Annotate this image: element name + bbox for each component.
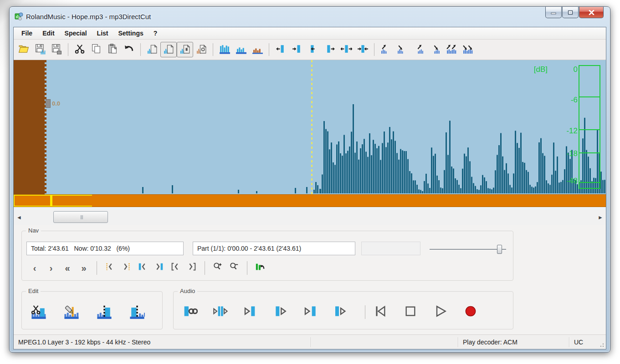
menu-bar: FileEditSpecialListSettings?: [14, 27, 606, 40]
edit-begin-icon: [97, 304, 112, 322]
zoom-amplitude-low-button[interactable]: [249, 42, 266, 57]
set-cursor-button[interactable]: [61, 303, 82, 323]
step-back-button[interactable]: ‹: [26, 261, 43, 275]
open-button[interactable]: [15, 42, 32, 57]
fade-in-down-button[interactable]: [394, 42, 410, 57]
wave-doc3-icon: [196, 43, 207, 56]
fade-in-up-button[interactable]: [378, 42, 394, 57]
horizontal-scrollbar[interactable]: ◄ ►: [14, 210, 606, 225]
scrollbar-thumb[interactable]: [53, 211, 108, 223]
vu-reset-icon: [255, 262, 265, 274]
cut-selection-button[interactable]: [28, 303, 49, 323]
record-button[interactable]: [460, 302, 481, 323]
vu-line-6db: [579, 96, 600, 97]
play-around-cut-button[interactable]: [210, 302, 231, 323]
goto-sel-end-button[interactable]: [151, 261, 167, 275]
overview-position-marker[interactable]: [50, 195, 52, 207]
file-mode-1-button[interactable]: [144, 42, 160, 57]
au-rec-icon: [463, 304, 478, 320]
position-info-field[interactable]: Total: 2'43.61 Now: 0'10.32 (6%): [26, 242, 184, 255]
play-to-end-button[interactable]: [300, 302, 321, 323]
goto-sel-begin-button[interactable]: [134, 261, 151, 275]
play-loop-button[interactable]: [180, 302, 201, 323]
goto-part-begin-button[interactable]: [167, 261, 184, 275]
menu-special[interactable]: Special: [60, 28, 92, 38]
edit-cut-icon: [31, 304, 46, 322]
fade-out-down-button[interactable]: [427, 42, 443, 57]
scroll-right-arrow[interactable]: ►: [596, 210, 605, 225]
save-split-button[interactable]: [48, 42, 65, 57]
sel-shrink-button[interactable]: [354, 42, 371, 57]
file-mode-3-button[interactable]: [177, 42, 193, 57]
close-button[interactable]: [579, 7, 604, 18]
goto-cursor-forward-button[interactable]: [118, 261, 134, 275]
menu-file[interactable]: File: [16, 28, 37, 38]
slider-track[interactable]: [430, 249, 506, 250]
sel-begin-later-button[interactable]: [289, 42, 305, 57]
vu-line-48db: [579, 182, 600, 183]
file-mode-4-button[interactable]: [193, 42, 210, 57]
edge-out-icon: [341, 43, 352, 56]
file-mode-2-button[interactable]: [160, 42, 177, 57]
file-overview-bar[interactable]: [14, 194, 606, 207]
copy-button[interactable]: [88, 42, 104, 57]
jump-forward-button[interactable]: »: [76, 261, 92, 275]
sel-expand-button[interactable]: [338, 42, 354, 57]
zoom-out-button[interactable]: [226, 261, 242, 275]
menu-help[interactable]: ?: [149, 28, 163, 38]
play-from-begin-button[interactable]: [270, 302, 291, 323]
waveform-canvas[interactable]: [14, 60, 606, 194]
edit-button-row: [28, 303, 148, 323]
position-marker[interactable]: 0.0: [46, 99, 60, 108]
stop-button[interactable]: [400, 302, 421, 323]
scroll-left-arrow[interactable]: ◄: [15, 210, 24, 225]
edit-group: Edit: [21, 291, 163, 329]
nav-sel-r-icon: [154, 262, 164, 274]
reset-vu-button[interactable]: [252, 261, 268, 275]
gain-up-button[interactable]: [443, 42, 460, 57]
paste-button[interactable]: [104, 42, 121, 57]
edge-ll-icon: [275, 43, 287, 56]
resize-grip[interactable]: [599, 342, 605, 348]
save-button[interactable]: [32, 42, 48, 57]
zoom-amplitude-mid-button[interactable]: [233, 42, 249, 57]
menu-list[interactable]: List: [92, 28, 113, 38]
nav-dot-l-icon: [105, 262, 115, 274]
zoom-in-button[interactable]: [210, 261, 226, 275]
part-info-field[interactable]: Part (1/1): 0'00.00 - 2'43.61 (2'43.61): [193, 242, 355, 255]
slider-thumb[interactable]: [497, 245, 502, 254]
nav-dot-r-icon: [121, 262, 131, 274]
speed-slider[interactable]: [430, 245, 506, 254]
minimize-button[interactable]: [545, 7, 562, 18]
au-around-icon: [213, 304, 228, 320]
jump-back-button[interactable]: «: [59, 261, 76, 275]
menu-settings[interactable]: Settings: [113, 28, 149, 38]
play-from-end-button[interactable]: [330, 302, 351, 323]
goto-cursor-back-button[interactable]: [102, 261, 118, 275]
play-button[interactable]: [430, 302, 451, 323]
waveform-display[interactable]: 0.0 [dB] 0-6-12-18-48: [14, 60, 606, 194]
title-bar[interactable]: RolandMusic - Hope.mp3 - mp3DirectCut: [10, 7, 610, 27]
play-to-begin-button[interactable]: [240, 302, 261, 323]
sel-begin-earlier-button[interactable]: [272, 42, 289, 57]
position-marker-handle[interactable]: [46, 99, 51, 108]
save-wave-icon: [35, 43, 46, 56]
cut-button[interactable]: [72, 42, 88, 57]
set-selection-end-button[interactable]: [127, 303, 148, 323]
audio-group-label: Audio: [178, 288, 197, 294]
fade-out-up-button[interactable]: [410, 42, 427, 57]
gain-down-button[interactable]: [460, 42, 476, 57]
set-selection-begin-button[interactable]: [94, 303, 115, 323]
skip-to-start-button[interactable]: [370, 302, 391, 323]
goto-part-end-button[interactable]: [184, 261, 200, 275]
zoom-amplitude-high-button[interactable]: [216, 42, 233, 57]
menu-edit[interactable]: Edit: [37, 28, 59, 38]
sel-end-later-button[interactable]: [322, 42, 338, 57]
copy-icon: [91, 43, 102, 56]
sel-end-earlier-button[interactable]: [305, 42, 322, 57]
maximize-button[interactable]: [562, 7, 579, 18]
step-forward-button[interactable]: ›: [43, 261, 59, 275]
undo-button[interactable]: [121, 42, 137, 57]
vu-line-12db: [579, 129, 600, 130]
wave-doc-icon: [163, 43, 174, 56]
